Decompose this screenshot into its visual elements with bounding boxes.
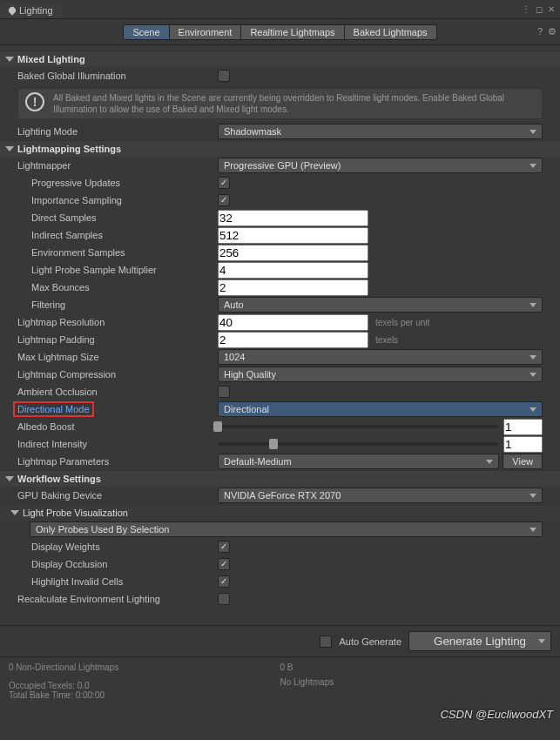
dirmode-label: Directional Mode <box>17 404 218 414</box>
params-dropdown[interactable]: Default-Medium <box>218 454 499 469</box>
indirect-slider[interactable] <box>218 442 498 446</box>
baked-gi-label: Baked Global Illumination <box>17 71 218 81</box>
max-bounces-input[interactable] <box>218 279 368 296</box>
foldout-icon <box>5 57 14 62</box>
recalc-checkbox[interactable] <box>218 593 230 605</box>
toolbar-right: ? ⚙ <box>537 26 557 37</box>
weights-label: Display Weights <box>31 542 218 552</box>
menu-icon[interactable]: ⋮ <box>520 3 532 16</box>
maxsize-dropdown[interactable]: 1024 <box>218 349 543 365</box>
foldout-icon <box>5 146 14 151</box>
filtering-label: Filtering <box>31 299 218 310</box>
lightmapper-label: Lightmapper <box>17 160 218 171</box>
env-samples-input[interactable] <box>218 245 368 261</box>
section-title: Mixed Lighting <box>17 54 85 64</box>
section-mixed-lighting[interactable]: Mixed Lighting <box>0 50 560 67</box>
indirect-value[interactable] <box>503 436 543 453</box>
indirect-label: Indirect Intensity <box>17 439 218 449</box>
lighting-mode-label: Lighting Mode <box>17 126 218 137</box>
pad-label: Lightmap Padding <box>17 334 218 345</box>
prog-updates-label: Progressive Updates <box>31 178 218 188</box>
section-lightmapping[interactable]: Lightmapping Settings <box>0 140 560 157</box>
foldout-icon <box>10 510 19 515</box>
pad-unit: texels <box>368 335 398 345</box>
comp-dropdown[interactable]: High Quality <box>218 367 543 382</box>
section-workflow[interactable]: Workflow Settings <box>0 470 560 487</box>
occ-label: Display Occlusion <box>31 559 218 569</box>
lighting-icon <box>7 5 17 15</box>
ao-checkbox[interactable] <box>218 386 230 398</box>
maxsize-label: Max Lightmap Size <box>17 352 218 362</box>
lp-mult-label: Light Probe Sample Multiplier <box>31 265 218 275</box>
indirect-samples-input[interactable] <box>218 227 368 244</box>
prog-updates-checkbox[interactable] <box>218 177 230 189</box>
lp-mult-input[interactable] <box>218 262 368 279</box>
filtering-dropdown[interactable]: Auto <box>218 297 543 313</box>
settings-icon[interactable]: ⚙ <box>548 26 557 37</box>
tab-scene[interactable]: Scene <box>123 24 169 40</box>
window-controls: ⋮ ◻ ✕ <box>520 3 560 16</box>
window-title: Lighting <box>19 5 53 16</box>
info-text: All Baked and Mixed lights in the Scene … <box>53 92 535 115</box>
status-nolm: No Lightmaps <box>280 677 552 687</box>
recalc-label: Recalculate Environment Lighting <box>17 594 218 604</box>
toolbar: Scene Environment Realtime Lightmaps Bak… <box>0 19 560 45</box>
lpv-mode-dropdown[interactable]: Only Probes Used By Selection <box>30 521 543 537</box>
info-box: ! All Baked and Mixed lights in the Scen… <box>17 88 543 119</box>
occ-checkbox[interactable] <box>218 558 230 570</box>
invalid-checkbox[interactable] <box>218 575 230 588</box>
baked-gi-checkbox[interactable] <box>218 70 230 82</box>
auto-generate-checkbox[interactable] <box>320 636 332 648</box>
res-input[interactable] <box>218 314 368 331</box>
section-lpv[interactable]: Light Probe Visualization <box>0 504 560 521</box>
tab-group: Scene Environment Realtime Lightmaps Bak… <box>123 24 436 40</box>
lightmapper-dropdown[interactable]: Progressive GPU (Preview) <box>218 158 543 173</box>
albedo-value[interactable] <box>503 419 543 435</box>
indirect-samples-label: Indirect Samples <box>31 230 218 240</box>
status-size: 0 B <box>280 663 552 672</box>
auto-generate-label: Auto Generate <box>339 636 401 647</box>
albedo-slider[interactable] <box>218 425 498 428</box>
status-lm: 0 Non-Directional Lightmaps <box>9 663 280 672</box>
tab-baked[interactable]: Baked Lightmaps <box>345 24 437 40</box>
tab-environment[interactable]: Environment <box>170 24 242 40</box>
pad-input[interactable] <box>218 332 368 348</box>
generate-lighting-button[interactable]: Generate Lighting <box>408 631 551 651</box>
section-title: Workflow Settings <box>17 474 101 484</box>
imp-sampling-label: Importance Sampling <box>31 195 218 205</box>
section-title: Lightmapping Settings <box>17 144 121 154</box>
params-label: Lightmap Parameters <box>17 456 218 467</box>
direct-samples-label: Direct Samples <box>31 212 218 223</box>
lpv-title: Light Probe Visualization <box>23 508 128 518</box>
tab-realtime[interactable]: Realtime Lightmaps <box>241 24 344 40</box>
comp-label: Lightmap Compression <box>17 369 218 380</box>
res-label: Lightmap Resolution <box>17 317 218 327</box>
status-bar: 0 Non-Directional Lightmaps Occupied Tex… <box>0 656 560 705</box>
ao-label: Ambient Occlusion <box>17 387 218 397</box>
dirmode-dropdown[interactable]: Directional <box>218 401 543 417</box>
titlebar: Lighting ⋮ ◻ ✕ <box>0 0 560 19</box>
watermark: CSDN @EucliwoodXT <box>440 708 553 721</box>
lighting-mode-dropdown[interactable]: Shadowmask <box>218 124 543 139</box>
max-bounces-label: Max Bounces <box>31 282 218 293</box>
env-samples-label: Environment Samples <box>31 247 218 258</box>
status-texels: Occupied Texels: 0.0 <box>9 681 280 690</box>
foldout-icon <box>5 476 14 481</box>
popout-icon[interactable]: ◻ <box>534 3 544 16</box>
weights-checkbox[interactable] <box>218 541 230 553</box>
view-button[interactable]: View <box>503 454 543 469</box>
help-icon[interactable]: ? <box>537 26 543 37</box>
status-bake: Total Bake Time: 0:00:00 <box>9 690 280 700</box>
info-icon: ! <box>25 92 44 111</box>
gpu-dropdown[interactable]: NVIDIA GeForce RTX 2070 <box>218 488 543 503</box>
albedo-label: Albedo Boost <box>17 421 218 432</box>
footer: Auto Generate Generate Lighting <box>0 625 560 656</box>
imp-sampling-checkbox[interactable] <box>218 194 230 206</box>
close-icon[interactable]: ✕ <box>546 3 557 16</box>
invalid-label: Highlight Invalid Cells <box>31 576 218 587</box>
direct-samples-input[interactable] <box>218 210 368 226</box>
window-tab[interactable]: Lighting <box>0 1 62 18</box>
gpu-label: GPU Baking Device <box>17 490 218 501</box>
res-unit: texels per unit <box>368 318 429 327</box>
